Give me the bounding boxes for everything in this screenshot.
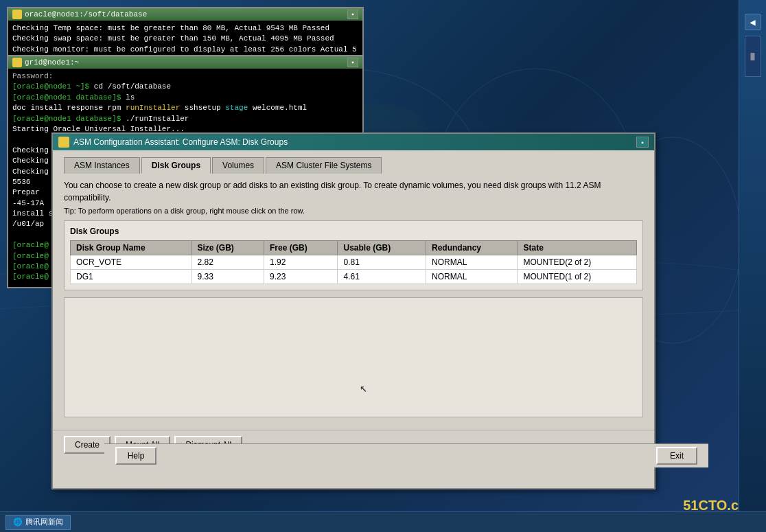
tab-disk-groups[interactable]: Disk Groups [141,157,211,174]
asm-title-icon [58,137,69,148]
exit-button[interactable]: Exit [656,447,697,465]
terminal-line: Checking monitor: must be configured to … [12,45,358,55]
tab-asm-cluster-fs[interactable]: ASM Cluster File Systems [266,157,382,174]
row2-size: 9.33 [192,270,264,284]
description-text: You can choose to create a new disk grou… [64,179,643,204]
terminal-grid-title-text: grid@node1:~ [25,58,79,67]
col-header-size: Size (GB) [192,241,264,255]
terminal-line: Checking Temp space: must be greater tha… [12,23,358,34]
table-row[interactable]: DG1 9.33 9.23 4.61 NORMAL MOUNTED(1 of 2… [71,270,637,284]
terminal-line: doc install response rpm runInstaller ss… [12,103,358,113]
row1-name: OCR_VOTE [71,255,192,270]
row2-state: MOUNTED(1 of 2) [518,270,637,284]
row1-redundancy: NORMAL [426,255,517,270]
right-panel-icon1[interactable]: ◀ [745,14,761,30]
disk-groups-empty-area: ↖ [64,297,643,417]
row2-name: DG1 [71,270,192,284]
tab-volumes[interactable]: Volumes [212,157,264,174]
terminal-line: [oracle@node1 database]$ ./runInstaller [12,114,358,124]
row1-usable: 0.81 [338,255,426,270]
terminal-oracle-body: Checking Temp space: must be greater tha… [8,21,362,58]
mouse-cursor: ↖ [360,380,367,395]
terminal-grid-icon [12,58,22,67]
tip-text: Tip: To perform operations on a disk gro… [64,207,643,215]
tab-asm-instances[interactable]: ASM Instances [64,157,140,174]
terminal-oracle-minimize[interactable]: ▪ [347,10,358,19]
taskbar: 🌐 腾讯网新闻 [0,511,766,532]
right-panel: ◀ ▓ [739,0,766,511]
terminal-oracle-title-text: oracle@node1:/soft/database [25,10,147,19]
asm-dialog-title: ASM Configuration Assistant: Configure A… [73,137,288,147]
col-header-name: Disk Group Name [71,241,192,255]
terminal-grid-title: grid@node1:~ ▪ [8,56,362,69]
row1-state: MOUNTED(2 of 2) [518,255,637,270]
help-button[interactable]: Help [115,447,156,465]
asm-content: ASM Instances Disk Groups Volumes ASM Cl… [53,150,654,430]
asm-dialog: ASM Configuration Assistant: Configure A… [51,132,655,489]
terminal-line: [oracle@node1 database]$ ls [12,93,358,103]
row2-redundancy: NORMAL [426,270,517,284]
disk-groups-label: Disk Groups [70,227,637,236]
disk-groups-section: Disk Groups Disk Group Name Size (GB) Fr… [64,220,643,290]
disk-groups-table: Disk Group Name Size (GB) Free (GB) Usab… [70,240,637,284]
terminal-line: Checking swap space: must be greater tha… [12,34,358,44]
asm-tabs: ASM Instances Disk Groups Volumes ASM Cl… [64,157,643,174]
asm-dialog-close[interactable]: ▪ [636,137,649,148]
scrollbar-thumb[interactable]: ▓ [745,36,761,77]
row1-size: 2.82 [192,255,264,270]
terminal-grid-minimize[interactable]: ▪ [347,58,358,67]
terminal-oracle: oracle@node1:/soft/database ▪ Checking T… [7,7,364,62]
col-header-usable: Usable (GB) [338,241,426,255]
table-row[interactable]: OCR_VOTE 2.82 1.92 0.81 NORMAL MOUNTED(2… [71,255,637,270]
col-header-redundancy: Redundancy [426,241,517,255]
terminal-icon [12,10,22,19]
terminal-oracle-title: oracle@node1:/soft/database ▪ [8,8,362,21]
row2-free: 9.23 [264,270,338,284]
row2-usable: 4.61 [338,270,426,284]
col-header-free: Free (GB) [264,241,338,255]
col-header-state: State [518,241,637,255]
bottom-bar: Help Exit [104,443,708,467]
asm-title-bar: ASM Configuration Assistant: Configure A… [53,134,654,150]
taskbar-item-news[interactable]: 🌐 腾讯网新闻 [5,515,71,530]
taskbar-item-news-label: 腾讯网新闻 [25,517,63,527]
terminal-line: Password: [12,71,358,82]
row1-free: 1.92 [264,255,338,270]
create-button[interactable]: Create [64,436,111,454]
terminal-line: [oracle@node1 ~]$ cd /soft/database [12,82,358,92]
